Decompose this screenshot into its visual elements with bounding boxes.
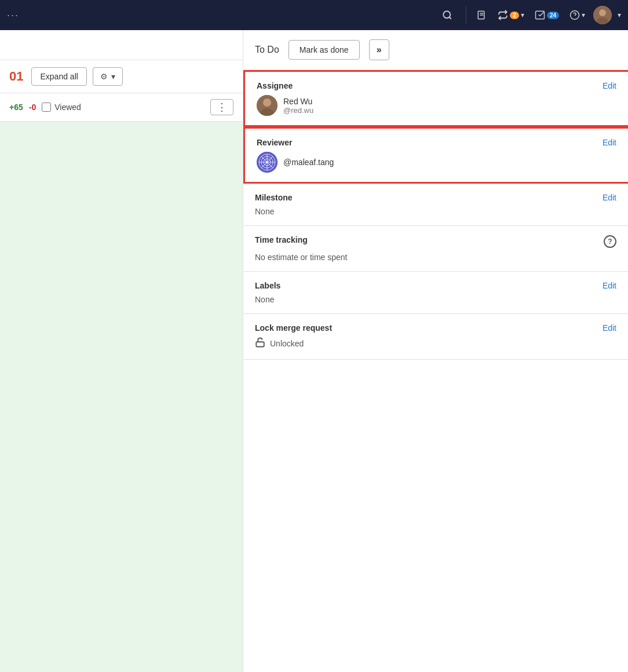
assignee-label: Assignee (257, 81, 293, 90)
reviewer-label: Reviewer (257, 138, 292, 147)
milestone-header-row: Milestone Edit (255, 193, 616, 202)
left-panel: 01 Expand all ⚙ ▾ +65 -0 Viewed ⋮ (0, 30, 243, 672)
assignee-name: Red Wu (283, 97, 313, 106)
assignee-details: Red Wu @red.wu (283, 97, 313, 115)
lock-merge-request-section: Lock merge request Edit Unlocked (243, 314, 628, 360)
labels-header-row: Labels Edit (255, 281, 616, 290)
reviewer-section: Reviewer Edit (243, 127, 628, 184)
time-tracking-label: Time tracking (255, 235, 308, 244)
svg-line-1 (450, 17, 451, 19)
merge-requests-btn[interactable]: 2 ▾ (495, 8, 527, 23)
labels-section: Labels Edit None (243, 272, 628, 314)
file-count: 01 (9, 69, 23, 84)
status-bar: To Do Mark as done » (243, 30, 628, 70)
reviewer-user-info: @maleaf.tang (257, 152, 616, 173)
assignee-header-row: Assignee Edit (257, 81, 616, 90)
avatar-chevron[interactable]: ▾ (618, 11, 621, 19)
assignee-handle: @red.wu (283, 106, 313, 115)
milestone-edit-button[interactable]: Edit (603, 193, 616, 202)
topbar-dots: ··· (7, 9, 19, 21)
svg-rect-23 (256, 342, 264, 346)
settings-dropdown-button[interactable]: ⚙ ▾ (93, 67, 123, 86)
unlock-icon (255, 337, 265, 350)
lock-value: Unlocked (270, 339, 304, 348)
lock-edit-button[interactable]: Edit (603, 323, 616, 333)
additions-stat: +65 (9, 103, 23, 112)
more-options-button[interactable]: ⋮ (210, 99, 233, 115)
diff-stats-row: +65 -0 Viewed ⋮ (0, 93, 243, 122)
topbar: ··· 2 ▾ 24 ▾ ▾ (0, 0, 628, 30)
time-tracking-value: No estimate or time spent (255, 253, 616, 262)
time-tracking-section: Time tracking ? No estimate or time spen… (243, 226, 628, 272)
status-label: To Do (255, 45, 279, 55)
edit-icon-btn[interactable] (474, 8, 490, 23)
left-toolbar: 01 Expand all ⚙ ▾ (0, 60, 243, 93)
reviewer-header-row: Reviewer Edit (257, 138, 616, 147)
assignee-section: Assignee Edit Red Wu @red.wu (243, 70, 628, 127)
svg-point-12 (263, 98, 271, 107)
avatar[interactable] (593, 6, 612, 24)
labels-label: Labels (255, 281, 280, 290)
gear-icon: ⚙ (100, 72, 108, 81)
labels-edit-button[interactable]: Edit (603, 281, 616, 290)
reviewer-edit-button[interactable]: Edit (603, 138, 616, 147)
viewed-checkbox-input[interactable] (42, 103, 51, 112)
main-layout: 01 Expand all ⚙ ▾ +65 -0 Viewed ⋮ To Do … (0, 30, 628, 672)
viewed-checkbox-label[interactable]: Viewed (42, 103, 81, 112)
topbar-divider-1 (466, 6, 466, 24)
deletions-stat: -0 (29, 103, 36, 112)
svg-point-0 (444, 11, 451, 18)
merge-badge: 2 (510, 12, 519, 19)
chevron-down-icon: ▾ (111, 72, 115, 81)
right-panel: To Do Mark as done » Assignee Edit Red W… (243, 30, 628, 672)
assignee-user-info: Red Wu @red.wu (257, 95, 616, 116)
milestone-section: Milestone Edit None (243, 184, 628, 226)
reviewer-handle: @maleaf.tang (283, 158, 334, 167)
milestone-value: None (255, 207, 616, 216)
lock-label: Lock merge request (255, 323, 332, 333)
diff-area (0, 122, 243, 672)
milestone-label: Milestone (255, 193, 293, 202)
time-tracking-header-row: Time tracking ? (255, 235, 616, 248)
viewed-label: Viewed (54, 103, 81, 112)
search-button[interactable] (437, 5, 458, 25)
assignee-edit-button[interactable]: Edit (603, 81, 616, 90)
reviewer-avatar (257, 152, 278, 173)
labels-value: None (255, 295, 616, 304)
todo-btn[interactable]: 24 (532, 8, 561, 23)
help-btn[interactable]: ▾ (567, 8, 587, 23)
next-button[interactable]: » (369, 39, 389, 60)
todo-badge: 24 (547, 12, 559, 19)
reviewer-details: @maleaf.tang (283, 158, 334, 167)
mark-as-done-button[interactable]: Mark as done (289, 40, 360, 60)
left-top-bar (0, 30, 243, 60)
assignee-avatar (257, 95, 278, 116)
lock-header-row: Lock merge request Edit (255, 323, 616, 333)
time-tracking-help-button[interactable]: ? (604, 235, 616, 248)
svg-point-9 (599, 9, 606, 16)
lock-value-container: Unlocked (255, 337, 616, 350)
expand-all-button[interactable]: Expand all (31, 67, 86, 86)
